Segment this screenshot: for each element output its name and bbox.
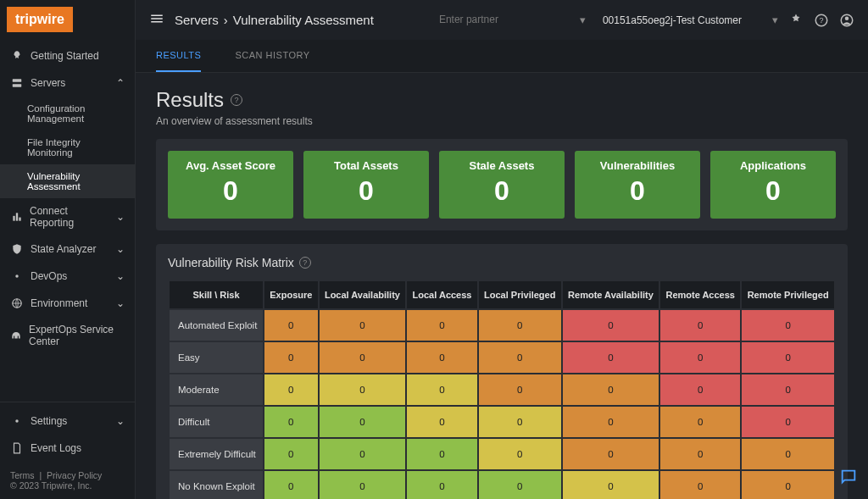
matrix-cell[interactable]: 0 — [563, 374, 659, 405]
sidebar-item-configuration-management[interactable]: Configuration Management — [0, 97, 135, 130]
sidebar-item-connect-reporting[interactable]: Connect Reporting⌄ — [0, 198, 135, 236]
matrix-cell[interactable]: 0 — [407, 471, 476, 499]
matrix-cell[interactable]: 0 — [407, 342, 476, 373]
chevron-down-icon: ⌄ — [116, 211, 125, 223]
matrix-cell[interactable]: 0 — [563, 407, 659, 437]
matrix-cell[interactable]: 0 — [264, 342, 318, 373]
matrix-cell[interactable]: 0 — [742, 439, 834, 469]
dropdown-icon[interactable]: ▾ — [772, 14, 778, 26]
terms-link[interactable]: Terms — [10, 470, 35, 480]
partner-select[interactable] — [432, 8, 587, 31]
sidebar-item-settings[interactable]: Settings⌄ — [0, 408, 135, 435]
chat-icon[interactable] — [839, 468, 858, 489]
matrix-title: Vulnerability Risk Matrix ? — [168, 256, 836, 269]
chevron-down-icon: ⌄ — [116, 270, 125, 282]
tab-scan-history[interactable]: SCAN HISTORY — [235, 40, 309, 72]
matrix-cell[interactable]: 0 — [407, 439, 476, 469]
matrix-cell[interactable]: 0 — [660, 471, 740, 499]
sidebar-item-state-analyzer[interactable]: State Analyzer⌄ — [0, 236, 135, 263]
matrix-cell[interactable]: 0 — [563, 471, 659, 499]
summary-card-avg-asset-score[interactable]: Avg. Asset Score0 — [168, 151, 293, 219]
settings-icon[interactable] — [788, 13, 804, 28]
matrix-cell[interactable]: 0 — [320, 471, 406, 499]
dropdown-icon[interactable]: ▾ — [580, 14, 586, 26]
matrix-cell[interactable]: 0 — [563, 310, 659, 341]
privacy-link[interactable]: Privacy Policy — [47, 470, 102, 480]
matrix-cell[interactable]: 0 — [320, 407, 406, 437]
matrix-cell[interactable]: 0 — [320, 439, 406, 469]
matrix-cell[interactable]: 0 — [479, 471, 561, 499]
matrix-cell[interactable]: 0 — [660, 407, 740, 437]
matrix-cell[interactable]: 0 — [407, 407, 476, 437]
matrix-cell[interactable]: 0 — [660, 439, 740, 469]
matrix-cell[interactable]: 0 — [563, 439, 659, 469]
card-value: 0 — [175, 175, 287, 207]
risk-matrix-table: Skill \ RiskExposureLocal AvailabilityLo… — [168, 280, 836, 499]
help-icon[interactable]: ? — [231, 94, 242, 106]
matrix-cell[interactable]: 0 — [264, 374, 318, 405]
matrix-cell[interactable]: 0 — [320, 342, 406, 373]
matrix-cell[interactable]: 0 — [407, 310, 476, 341]
nav-bottom: Settings⌄Event Logs — [0, 408, 135, 462]
customer-select[interactable]: 00151a55oeg2j-Test Customer — [596, 9, 762, 31]
matrix-cell[interactable]: 0 — [479, 374, 561, 405]
matrix-cell[interactable]: 0 — [563, 342, 659, 373]
sidebar-item-file-integrity-monitoring[interactable]: File Integrity Monitoring — [0, 130, 135, 164]
sidebar-item-servers[interactable]: Servers⌃ — [0, 69, 135, 97]
matrix-cell[interactable]: 0 — [264, 471, 318, 499]
matrix-cell[interactable]: 0 — [264, 439, 318, 469]
logo[interactable]: tripwire — [7, 7, 73, 32]
footer: Terms | Privacy Policy © 2023 Tripwire, … — [0, 462, 135, 499]
menu-icon[interactable] — [149, 11, 164, 29]
sidebar-item-event-logs[interactable]: Event Logs — [0, 435, 135, 462]
matrix-cell[interactable]: 0 — [479, 310, 561, 341]
matrix-row-label: Easy — [170, 342, 263, 373]
sidebar-item-vulnerability-assessment[interactable]: Vulnerability Assessment — [0, 164, 135, 198]
card-value: 0 — [310, 175, 422, 207]
help-icon[interactable]: ? — [299, 257, 311, 269]
matrix-row: Easy0000000 — [170, 342, 834, 373]
summary-cards: Avg. Asset Score0Total Assets0Stale Asse… — [168, 151, 836, 219]
matrix-cell[interactable]: 0 — [742, 471, 834, 499]
matrix-cell[interactable]: 0 — [320, 374, 406, 405]
content: Results ? An overview of assessment resu… — [136, 73, 868, 499]
tab-results[interactable]: RESULTS — [156, 40, 201, 72]
sidebar-item-environment[interactable]: Environment⌄ — [0, 290, 135, 317]
help-icon[interactable]: ? — [814, 13, 829, 28]
matrix-cell[interactable]: 0 — [742, 310, 834, 341]
card-title: Stale Assets — [446, 159, 558, 172]
doc-icon — [10, 441, 24, 455]
sidebar-item-getting-started[interactable]: Getting Started — [0, 42, 135, 69]
matrix-col-header: Remote Availability — [563, 281, 659, 308]
breadcrumb-parent[interactable]: Servers — [175, 13, 219, 27]
matrix-cell[interactable]: 0 — [479, 439, 561, 469]
matrix-cell[interactable]: 0 — [479, 407, 561, 437]
summary-card-vulnerabilities[interactable]: Vulnerabilities0 — [575, 151, 700, 219]
matrix-cell[interactable]: 0 — [660, 342, 740, 373]
matrix-cell[interactable]: 0 — [264, 310, 318, 341]
matrix-cell[interactable]: 0 — [320, 310, 406, 341]
user-icon[interactable] — [839, 13, 854, 28]
card-value: 0 — [717, 175, 829, 207]
summary-card-total-assets[interactable]: Total Assets0 — [303, 151, 429, 219]
sidebar-item-label: Event Logs — [31, 442, 81, 454]
shield-icon — [10, 242, 24, 256]
chevron-down-icon: ⌄ — [116, 243, 125, 255]
matrix-cell[interactable]: 0 — [264, 407, 318, 437]
matrix-row: Difficult0000000 — [170, 407, 834, 437]
matrix-cell[interactable]: 0 — [742, 407, 834, 437]
card-title: Vulnerabilities — [581, 159, 693, 172]
matrix-cell[interactable]: 0 — [742, 342, 834, 373]
matrix-cell[interactable]: 0 — [742, 374, 834, 405]
cog-icon — [10, 414, 24, 428]
sidebar-item-label: Connect Reporting — [30, 205, 109, 229]
matrix-cell[interactable]: 0 — [479, 342, 561, 373]
summary-card-applications[interactable]: Applications0 — [710, 151, 836, 219]
svg-rect-0 — [13, 79, 22, 82]
summary-card-stale-assets[interactable]: Stale Assets0 — [439, 151, 565, 219]
sidebar-item-devops[interactable]: DevOps⌄ — [0, 263, 135, 290]
matrix-cell[interactable]: 0 — [660, 310, 740, 341]
matrix-cell[interactable]: 0 — [407, 374, 476, 405]
matrix-cell[interactable]: 0 — [660, 374, 740, 405]
sidebar-item-expertops-service-center[interactable]: ExpertOps Service Center — [0, 317, 135, 354]
